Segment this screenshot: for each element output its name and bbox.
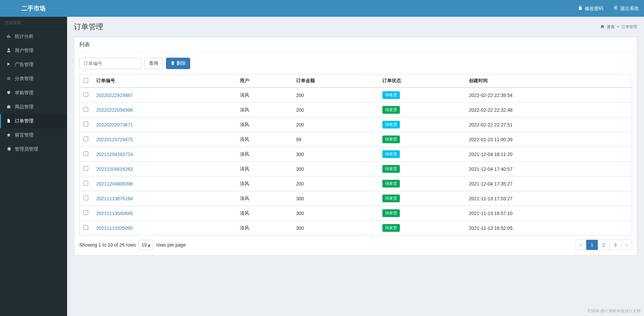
cell-time: 2021-11-13 17:03:27 xyxy=(465,191,632,206)
sidebar-item-bar-chart[interactable]: 统计分析 xyxy=(0,30,67,44)
sidebar-item-star[interactable]: 留言管理 xyxy=(0,128,67,142)
delete-button[interactable]: 删除 xyxy=(166,58,190,69)
flag-icon xyxy=(6,62,11,68)
sidebar-item-flag[interactable]: 广告管理 xyxy=(0,58,67,72)
breadcrumb-current: 订单管理 xyxy=(621,24,637,30)
cell-user: 清风 xyxy=(236,221,292,235)
table-row[interactable]: 20211204608396清风200待发货2021-12-04 17:35:2… xyxy=(79,176,632,191)
col-order-id[interactable]: 订单编号 xyxy=(92,74,236,88)
order-id-link[interactable]: 20220222073671 xyxy=(96,122,133,127)
cell-time: 2022-02-22 22:27:51 xyxy=(465,117,632,132)
logout-link[interactable]: 退出系统 xyxy=(608,0,644,17)
orders-table: 订单编号 用户 订单金额 订单状态 创建时间 20220222929887清风2… xyxy=(79,74,632,235)
row-checkbox[interactable] xyxy=(84,151,88,156)
table-row[interactable]: 20220222073671清风200待收货2022-02-22 22:27:5… xyxy=(79,117,632,132)
table-row[interactable]: 20211204616283清风300待发货2021-12-04 17:40:5… xyxy=(79,162,632,176)
search-button[interactable]: 查询 xyxy=(145,58,163,69)
order-id-link[interactable]: 20211113325090 xyxy=(96,225,133,231)
rows-per-page-label: rows per page xyxy=(156,242,186,248)
cell-amount: 200 xyxy=(292,176,379,191)
rows-per-page-select[interactable]: 10 ▴ xyxy=(139,240,154,250)
row-checkbox[interactable] xyxy=(84,122,88,126)
cell-amount: 200 xyxy=(292,88,379,103)
sidebar-nav: 统计分析用户管理广告管理分类管理求购管理商品管理订单管理留言管理管理员管理 xyxy=(0,30,67,156)
select-all-checkbox[interactable] xyxy=(84,78,88,83)
page-button[interactable]: 2 xyxy=(598,240,610,250)
order-id-link[interactable]: 20220222056996 xyxy=(96,107,133,113)
topbar: 二手市场 修改密码 退出系统 xyxy=(0,0,644,17)
table-row[interactable]: 20211113540645清风300待发货2021-11-13 16:57:1… xyxy=(79,206,632,221)
search-input[interactable] xyxy=(79,58,141,69)
table-footer: Showing 1 to 10 of 26 rows 10 ▴ rows per… xyxy=(79,240,632,250)
trash-icon xyxy=(170,61,175,66)
cell-user: 清风 xyxy=(236,147,292,162)
order-id-link[interactable]: 20211113876164 xyxy=(96,196,133,201)
rows-select-value: 10 xyxy=(142,242,147,248)
order-id-link[interactable]: 20211204616283 xyxy=(96,166,133,172)
order-id-link[interactable]: 20211204608396 xyxy=(96,181,133,187)
panel-title: 列表 xyxy=(74,37,637,53)
table-row[interactable]: 20220222929887清风200待收货2022-02-22 22:39:5… xyxy=(79,88,632,103)
cell-amount: 99 xyxy=(292,132,379,147)
cell-user: 清风 xyxy=(236,176,292,191)
cell-time: 2021-12-04 18:11:20 xyxy=(465,147,632,162)
table-row[interactable]: 20220123729475清风99待发货2022-01-23 11:00:39 xyxy=(79,132,632,147)
order-id-link[interactable]: 20220222929887 xyxy=(96,93,133,98)
row-checkbox[interactable] xyxy=(84,107,88,112)
table-row[interactable]: 20211204263724清风300待收货2021-12-04 18:11:2… xyxy=(79,147,632,162)
col-time[interactable]: 创建时间 xyxy=(465,74,632,88)
page-button[interactable]: › xyxy=(621,240,632,250)
sidebar-item-label: 广告管理 xyxy=(15,62,34,68)
file-icon xyxy=(6,118,11,124)
list-panel: 列表 查询 删除 订单编号 用户 xyxy=(74,37,637,256)
sidebar-item-label: 留言管理 xyxy=(15,132,34,138)
caret-up-icon: ▴ xyxy=(148,242,150,248)
order-id-link[interactable]: 20211204263724 xyxy=(96,152,133,157)
sidebar-item-label: 统计分析 xyxy=(15,34,34,40)
table-row[interactable]: 20220222056996清风200待发货2022-02-22 22:32:4… xyxy=(79,103,632,117)
breadcrumb-sep: > xyxy=(617,24,619,29)
order-id-link[interactable]: 20220123729475 xyxy=(96,137,133,142)
row-checkbox[interactable] xyxy=(84,225,88,230)
cell-user: 清风 xyxy=(236,132,292,147)
row-checkbox[interactable] xyxy=(84,92,88,97)
sidebar-item-briefcase[interactable]: 商品管理 xyxy=(0,100,67,114)
breadcrumb-home[interactable]: 首页 xyxy=(607,24,615,30)
sidebar-item-user[interactable]: 用户管理 xyxy=(0,44,67,58)
sidebar-header: 导航菜单 xyxy=(0,17,67,30)
col-user[interactable]: 用户 xyxy=(236,74,292,88)
sidebar: 导航菜单 统计分析用户管理广告管理分类管理求购管理商品管理订单管理留言管理管理员… xyxy=(0,17,67,316)
sidebar-item-cog[interactable]: 管理员管理 xyxy=(0,142,67,156)
star-icon xyxy=(6,133,11,138)
col-status[interactable]: 订单状态 xyxy=(378,74,465,88)
cell-time: 2022-02-22 22:32:48 xyxy=(465,103,632,117)
row-checkbox[interactable] xyxy=(84,181,88,186)
status-badge: 待收货 xyxy=(382,121,400,128)
topbar-right: 修改密码 退出系统 xyxy=(573,0,644,17)
lock-icon xyxy=(578,0,583,17)
row-checkbox[interactable] xyxy=(84,210,88,215)
cell-user: 清风 xyxy=(236,103,292,117)
status-badge: 待发货 xyxy=(382,224,400,232)
sidebar-item-heart[interactable]: 求购管理 xyxy=(0,86,67,100)
table-row[interactable]: 20211113876164清风300待发货2021-11-13 17:03:2… xyxy=(79,191,632,206)
sidebar-item-list[interactable]: 分类管理 xyxy=(0,72,67,86)
order-id-link[interactable]: 20211113540645 xyxy=(96,211,133,216)
page-button[interactable]: ‹ xyxy=(576,240,586,250)
cell-user: 清风 xyxy=(236,88,292,103)
sidebar-item-label: 管理员管理 xyxy=(15,146,38,152)
row-checkbox[interactable] xyxy=(84,166,88,171)
change-password-link[interactable]: 修改密码 xyxy=(573,0,608,17)
row-checkbox[interactable] xyxy=(84,137,88,141)
cell-amount: 300 xyxy=(292,147,379,162)
sidebar-item-file[interactable]: 订单管理 xyxy=(0,114,67,128)
page-button[interactable]: 3 xyxy=(610,240,622,250)
page-button[interactable]: 1 xyxy=(586,240,598,250)
cell-user: 清风 xyxy=(236,117,292,132)
row-checkbox[interactable] xyxy=(84,196,88,200)
table-row[interactable]: 20211113325090清风300待发货2021-11-13 16:52:0… xyxy=(79,221,632,235)
col-amount[interactable]: 订单金额 xyxy=(292,74,379,88)
logout-label: 退出系统 xyxy=(620,0,639,17)
content: 订单管理 首页 > 订单管理 列表 查询 删除 xyxy=(67,17,644,316)
brand-logo[interactable]: 二手市场 xyxy=(0,0,67,17)
